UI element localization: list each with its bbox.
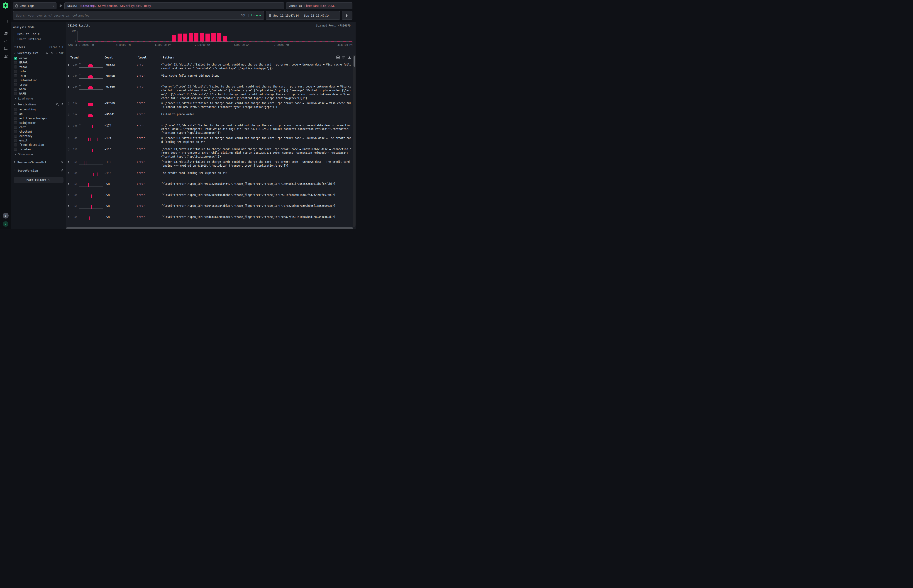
- filter-option-fatal[interactable]: fatal: [13, 65, 64, 69]
- sessions-icon[interactable]: [3, 45, 9, 52]
- checkbox-unchecked[interactable]: [14, 66, 17, 68]
- table-row[interactable]: 60~116errorThe credit card (ending <*> e…: [66, 170, 353, 181]
- table-row[interactable]: 60~174error× {"code":13,"details":"faile…: [66, 135, 353, 146]
- filter-group-name[interactable]: ServiceName: [18, 103, 36, 106]
- checkbox-unchecked[interactable]: [14, 92, 17, 95]
- checkbox-unchecked[interactable]: [14, 144, 17, 147]
- histogram-bar[interactable]: [194, 33, 198, 42]
- filter-pin-icon[interactable]: [61, 103, 63, 106]
- filter-option-cainjector[interactable]: cainjector: [13, 121, 64, 125]
- filter-option-checkout[interactable]: checkout: [13, 129, 64, 134]
- time-range-picker[interactable]: Sep 11 15:47:14 - Sep 12 15:47:14: [266, 11, 340, 20]
- chart-icon[interactable]: [3, 38, 9, 44]
- checkbox-unchecked[interactable]: [14, 112, 17, 115]
- checkbox-unchecked[interactable]: [14, 108, 17, 111]
- row-expand-icon[interactable]: [67, 136, 71, 140]
- filter-group-name[interactable]: SeverityText: [18, 51, 38, 55]
- col-header-count[interactable]: Count: [105, 56, 113, 59]
- filter-option-email[interactable]: email: [13, 138, 64, 143]
- row-expand-icon[interactable]: [67, 124, 71, 127]
- checkbox-unchecked[interactable]: [14, 79, 17, 82]
- col-resize-handle[interactable]: ⋮: [159, 56, 162, 58]
- row-expand-icon[interactable]: [67, 215, 71, 218]
- lucene-mode-option[interactable]: Lucene: [251, 14, 261, 17]
- panel-toggle-icon[interactable]: [3, 18, 9, 24]
- checkbox-unchecked[interactable]: [14, 130, 17, 133]
- table-row[interactable]: 60~58error{"level":"error","span_id":"cd…: [66, 214, 353, 225]
- source-select[interactable]: Demo Logs: [13, 2, 57, 9]
- wrap-lines-icon[interactable]: [342, 55, 345, 59]
- filter-group-name[interactable]: ResourceSchemaUrl: [18, 160, 47, 164]
- histogram-bar[interactable]: [217, 33, 221, 42]
- histogram-bar[interactable]: [172, 35, 176, 42]
- checkbox-unchecked[interactable]: [14, 139, 17, 142]
- table-row[interactable]: 60~116error{"code":13,"details":"failed …: [66, 159, 353, 170]
- table-row[interactable]: 120~116error{"code":13,"details":"failed…: [66, 146, 353, 159]
- histogram-bar[interactable]: [178, 34, 182, 42]
- clear-all-filters-link[interactable]: Clear all: [49, 45, 63, 49]
- row-expand-icon[interactable]: [67, 102, 71, 105]
- filter-option-ERROR[interactable]: ERROR: [13, 61, 64, 65]
- filter-load-more-link[interactable]: Load more: [13, 96, 64, 101]
- histogram-bar[interactable]: [211, 33, 216, 42]
- filter-option-frontend[interactable]: frontend: [13, 147, 64, 152]
- table-row[interactable]: 22K~97069error× {"code":13,"details":"fa…: [66, 100, 353, 111]
- row-expand-icon[interactable]: [67, 74, 71, 77]
- horizontal-scrollbar[interactable]: [66, 227, 353, 229]
- checkbox-checked[interactable]: [14, 57, 17, 60]
- checkbox-unchecked[interactable]: [14, 74, 17, 77]
- app-logo-icon[interactable]: [3, 2, 9, 9]
- row-expand-icon[interactable]: [67, 171, 71, 174]
- table-row[interactable]: 180~174error× {"code":13,"details":"fail…: [66, 122, 353, 135]
- vertical-scrollbar-thumb[interactable]: [353, 56, 355, 67]
- filter-search-icon[interactable]: [56, 103, 59, 106]
- histogram-bar[interactable]: [183, 34, 187, 42]
- sql-mode-option[interactable]: SQL: [241, 14, 246, 17]
- filter-option-warn[interactable]: warn: [13, 87, 64, 92]
- source-settings-gear-icon[interactable]: [57, 2, 63, 9]
- col-header-pattern[interactable]: Pattern: [163, 56, 175, 59]
- filter-option-INFO[interactable]: INFO: [13, 74, 64, 78]
- tab-results-table[interactable]: Results Table: [14, 31, 64, 37]
- checkbox-unchecked[interactable]: [14, 61, 17, 64]
- filter-option-trace[interactable]: trace: [13, 82, 64, 87]
- checkbox-unchecked[interactable]: [14, 83, 17, 86]
- checkbox-unchecked[interactable]: [14, 148, 17, 151]
- filter-option-error[interactable]: error: [13, 56, 64, 61]
- table-row[interactable]: 22K~98523error{"code":13,"details":"fail…: [66, 61, 353, 73]
- search-input[interactable]: [16, 14, 241, 17]
- filter-option-fraud-detection[interactable]: fraud-detection: [13, 143, 64, 147]
- checkbox-unchecked[interactable]: [14, 117, 17, 120]
- select-query-input[interactable]: SELECT Timestamp, ServiceName, SeverityT…: [65, 2, 284, 9]
- table-row[interactable]: 22K~95441errorFailed to place order: [66, 111, 353, 122]
- filter-pin-icon[interactable]: [50, 52, 53, 54]
- row-expand-icon[interactable]: [67, 113, 71, 116]
- col-resize-handle[interactable]: ⋮: [101, 56, 103, 58]
- filter-option-ad[interactable]: ad: [13, 112, 64, 116]
- table-row[interactable]: 22K~97360error{"error":{"code":13,"detai…: [66, 83, 353, 100]
- table-row[interactable]: 24K~98058errorVisa cache full: cannot ad…: [66, 73, 353, 84]
- dashboards-icon[interactable]: [3, 53, 9, 59]
- row-expand-icon[interactable]: [67, 85, 71, 88]
- histogram-bar[interactable]: [223, 36, 227, 42]
- order-by-input[interactable]: ORDER BY TimestampTime DESC: [286, 2, 353, 9]
- histogram-bar[interactable]: [206, 34, 210, 42]
- filter-option-Information[interactable]: Information: [13, 78, 64, 83]
- row-expand-icon[interactable]: [67, 147, 71, 151]
- chevron-right-icon[interactable]: [14, 169, 16, 171]
- filter-option-accounting[interactable]: accounting: [13, 107, 64, 112]
- col-resize-handle[interactable]: ⋮: [135, 56, 138, 58]
- table-row[interactable]: 60~58error{"level":"error","span_id":"6b…: [66, 203, 353, 214]
- chevron-down-icon[interactable]: [14, 103, 16, 105]
- run-query-button[interactable]: [342, 11, 353, 20]
- checkbox-unchecked[interactable]: [14, 70, 17, 73]
- filter-option-artillery-loadgen[interactable]: artillery-loadgen: [13, 116, 64, 121]
- download-icon[interactable]: [348, 55, 351, 59]
- row-expand-icon[interactable]: [67, 182, 71, 186]
- row-expand-icon[interactable]: [67, 160, 71, 163]
- row-expand-icon[interactable]: [67, 204, 71, 207]
- chevron-right-icon[interactable]: [14, 161, 16, 163]
- checkbox-unchecked[interactable]: [14, 88, 17, 90]
- col-header-level[interactable]: level: [138, 56, 146, 59]
- filter-clear-link[interactable]: Clear: [55, 52, 63, 55]
